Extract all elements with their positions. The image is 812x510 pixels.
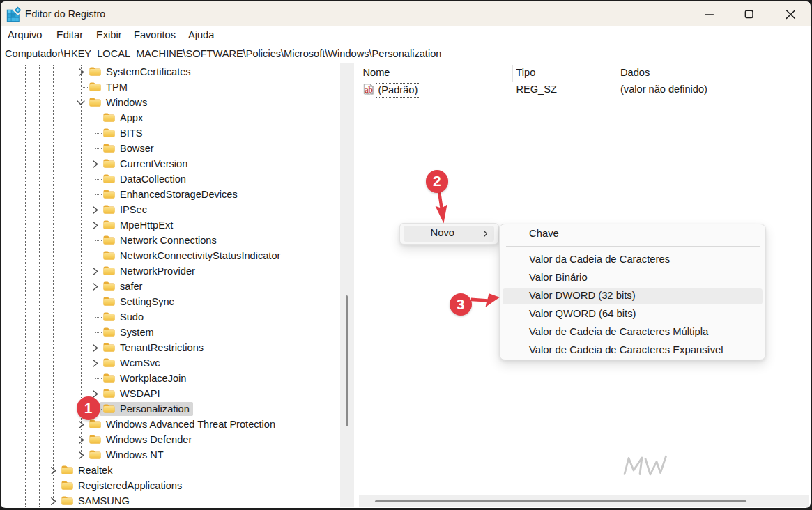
svg-text:ab: ab xyxy=(365,85,374,95)
